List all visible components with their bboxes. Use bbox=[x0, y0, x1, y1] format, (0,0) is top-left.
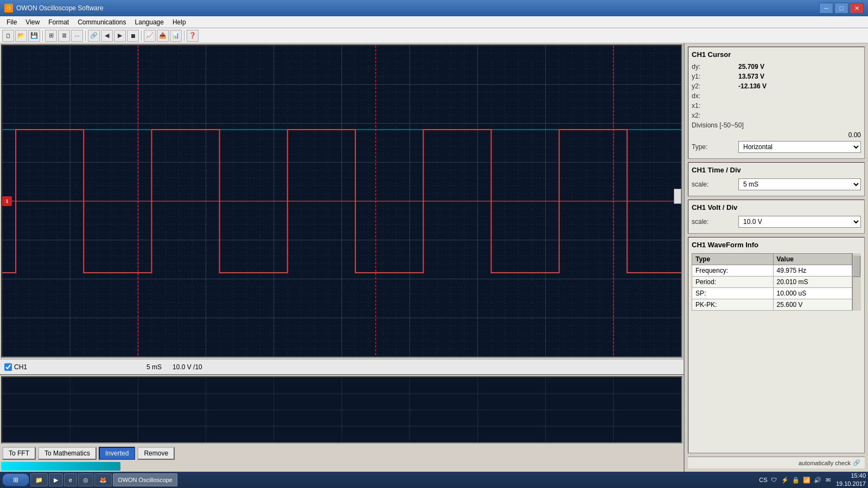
y2-label: y2: bbox=[692, 82, 735, 90]
x1-label: x1: bbox=[692, 102, 735, 110]
remove-button[interactable]: Remove bbox=[137, 447, 175, 460]
taskbar-chrome[interactable]: ◎ bbox=[78, 473, 93, 486]
tb-run[interactable]: ▶ bbox=[114, 30, 126, 42]
time-div-title: CH1 Time / Div bbox=[692, 166, 861, 174]
tray-shield: 🛡 bbox=[770, 476, 778, 484]
waveform-canvas[interactable] bbox=[2, 46, 681, 357]
tray-cs: CS bbox=[759, 476, 768, 484]
tb-help[interactable]: ❓ bbox=[187, 30, 199, 42]
scrollbar-thumb[interactable] bbox=[853, 255, 860, 277]
ch1-checkbox[interactable] bbox=[4, 363, 12, 371]
inverted-button[interactable]: Inverted bbox=[99, 447, 135, 460]
waveform-container[interactable]: 1 bbox=[1, 44, 682, 358]
x2-label: x2: bbox=[692, 112, 735, 119]
tray-bt: ⚡ bbox=[781, 476, 789, 484]
start-icon: ⊞ bbox=[13, 476, 18, 484]
volt-div-section: CH1 Volt / Div scale: 10.0 V 1.0 V 2.0 V… bbox=[688, 200, 865, 234]
minimize-button[interactable]: ─ bbox=[819, 3, 833, 14]
window-controls[interactable]: ─ □ ✕ bbox=[819, 3, 864, 14]
table-cell-0-1: 49.975 Hz bbox=[773, 265, 852, 277]
close-button[interactable]: ✕ bbox=[850, 3, 864, 14]
table-row: Period:20.010 mS bbox=[692, 277, 852, 288]
waveform-info-section: CH1 WaveForm Info Type Value Frequency:4… bbox=[688, 237, 865, 453]
dy-value: 25.709 V bbox=[738, 63, 764, 70]
cursor-section: CH1 Cursor dy: 25.709 V y1: 13.573 V y2:… bbox=[688, 47, 865, 159]
menu-bar: File View Format Communications Language… bbox=[0, 16, 868, 28]
app-icon: O bbox=[4, 4, 13, 12]
to-mathematics-button[interactable]: To Mathematics bbox=[38, 447, 97, 460]
waveform-info-title: CH1 WaveForm Info bbox=[692, 241, 861, 249]
maximize-button[interactable]: □ bbox=[834, 3, 848, 14]
mini-waveform[interactable] bbox=[1, 376, 682, 444]
x1-row: x1: bbox=[692, 102, 861, 110]
toolbar-sep-2 bbox=[85, 30, 86, 41]
ch1-label: CH1 bbox=[14, 363, 27, 371]
tb-stop[interactable]: ⏹ bbox=[127, 30, 139, 42]
table-row: PK-PK:25.600 V bbox=[692, 299, 852, 311]
table-cell-3-0: PK-PK: bbox=[692, 299, 774, 311]
taskbar-ie[interactable]: e bbox=[64, 473, 77, 486]
menu-communications[interactable]: Communications bbox=[73, 17, 130, 27]
tb-save[interactable]: 💾 bbox=[28, 30, 40, 42]
volt-scale-select[interactable]: 10.0 V 1.0 V 2.0 V 5.0 V 20.0 V bbox=[738, 216, 861, 228]
scroll-handle[interactable] bbox=[674, 189, 681, 204]
time-scale-select[interactable]: 5 mS 1 mS 2 mS 10 mS 20 mS bbox=[738, 178, 861, 190]
tb-grid[interactable]: ⊞ bbox=[45, 30, 57, 42]
type-row: Type: Horizontal Vertical Off bbox=[692, 141, 861, 153]
table-cell-0-0: Frequency: bbox=[692, 265, 774, 277]
clock-date: 19.10.2017 bbox=[836, 480, 866, 488]
tray-vol: 🔊 bbox=[813, 476, 822, 484]
right-panel: CH1 Cursor dy: 25.709 V y1: 13.573 V y2:… bbox=[684, 43, 868, 472]
dx-label: dx: bbox=[692, 92, 735, 100]
menu-help[interactable]: Help bbox=[168, 17, 190, 27]
tb-prev[interactable]: ◀ bbox=[101, 30, 113, 42]
dx-row: dx: bbox=[692, 92, 861, 100]
cursor-title: CH1 Cursor bbox=[692, 50, 861, 59]
to-fft-button[interactable]: To FFT bbox=[2, 447, 36, 460]
waveform-table: Type Value Frequency:49.975 HzPeriod:20.… bbox=[692, 253, 852, 311]
dy-row: dy: 25.709 V bbox=[692, 63, 861, 70]
menu-file[interactable]: File bbox=[2, 17, 21, 27]
type-label: Type: bbox=[692, 143, 735, 151]
waveform-scrollbar[interactable] bbox=[852, 253, 861, 311]
taskbar-owon[interactable]: OWON Oscilloscope bbox=[113, 473, 177, 486]
start-button[interactable]: ⊞ bbox=[2, 473, 29, 486]
divisions-value: 0.00 bbox=[692, 131, 861, 139]
taskbar-right: CS 🛡 ⚡ 🔒 📶 🔊 ✉ 15:40 19.10.2017 bbox=[759, 472, 866, 488]
bottom-area: To FFT To Mathematics Inverted Remove bbox=[0, 374, 684, 472]
title-bar-left: O OWON Oscilloscope Software bbox=[4, 4, 104, 12]
y2-row: y2: -12.136 V bbox=[692, 82, 861, 90]
clock-time: 15:40 bbox=[836, 472, 866, 480]
osc-area: 1 CH1 5 mS 10.0 V /10 To FFT To M bbox=[0, 43, 684, 472]
time-div-section: CH1 Time / Div scale: 5 mS 1 mS 2 mS 10 … bbox=[688, 162, 865, 196]
tray-msg: ✉ bbox=[824, 476, 833, 484]
tb-list[interactable]: ≣ bbox=[58, 30, 70, 42]
tb-connect[interactable]: 🔗 bbox=[88, 30, 100, 42]
taskbar-folder[interactable]: 📁 bbox=[30, 473, 48, 486]
tb-new[interactable]: 🗋 bbox=[2, 30, 14, 42]
tb-open[interactable]: 📂 bbox=[15, 30, 27, 42]
tb-ref[interactable]: 📊 bbox=[170, 30, 182, 42]
taskbar-media[interactable]: ▶ bbox=[49, 473, 63, 486]
cyan-highlight-bar bbox=[1, 462, 120, 471]
menu-language[interactable]: Language bbox=[131, 17, 168, 27]
y1-value: 13.573 V bbox=[738, 73, 764, 80]
type-select[interactable]: Horizontal Vertical Off bbox=[738, 141, 861, 153]
col-type: Type bbox=[692, 254, 774, 265]
tb-dots[interactable]: ··· bbox=[71, 30, 83, 42]
menu-format[interactable]: Format bbox=[44, 17, 73, 27]
auto-check-icon: 🔗 bbox=[853, 459, 860, 466]
ground-marker[interactable]: 1 bbox=[2, 196, 12, 206]
tb-fft[interactable]: 📈 bbox=[144, 30, 156, 42]
toolbar: 🗋 📂 💾 ⊞ ≣ ··· 🔗 ◀ ▶ ⏹ 📈 📤 📊 ❓ bbox=[0, 28, 868, 43]
table-cell-2-0: SP: bbox=[692, 288, 774, 299]
ch1-status: CH1 bbox=[4, 363, 27, 371]
menu-view[interactable]: View bbox=[21, 17, 44, 27]
tb-export[interactable]: 📤 bbox=[157, 30, 169, 42]
toolbar-sep-4 bbox=[184, 30, 184, 41]
toolbar-sep-3 bbox=[141, 30, 142, 41]
mini-canvas bbox=[2, 377, 681, 442]
volt-scale-row: scale: 10.0 V 1.0 V 2.0 V 5.0 V 20.0 V bbox=[692, 216, 861, 228]
auto-check-label: automatically check bbox=[799, 460, 851, 466]
taskbar-firefox[interactable]: 🦊 bbox=[94, 473, 112, 486]
